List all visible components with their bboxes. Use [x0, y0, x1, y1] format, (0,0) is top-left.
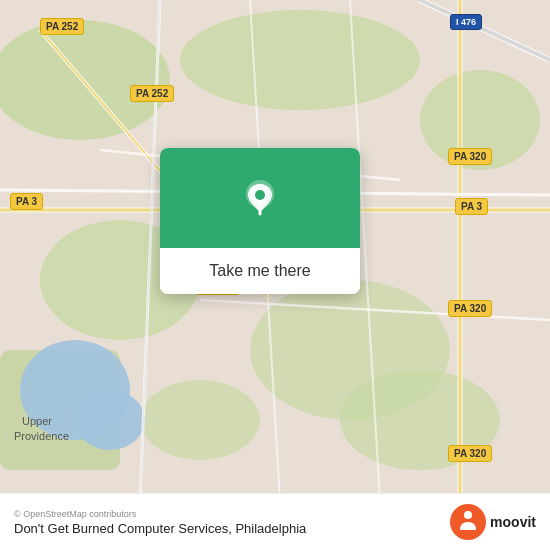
- moovit-logo: moovit: [450, 504, 536, 540]
- take-me-there-button[interactable]: Take me there: [160, 248, 360, 294]
- svg-point-6: [140, 380, 260, 460]
- svg-point-29: [255, 190, 265, 200]
- area-label-providence: Providence: [14, 430, 69, 442]
- map-container: PA 252 PA 252 PA 252 PA 3 PA 3 PA 3 PA 3…: [0, 0, 550, 550]
- popup-map-preview: [160, 148, 360, 248]
- road-label-pa252-1: PA 252: [40, 18, 84, 35]
- road-label-pa320-1: PA 320: [448, 148, 492, 165]
- bottom-bar: © OpenStreetMap contributors Don't Get B…: [0, 493, 550, 550]
- location-name: Don't Get Burned Computer Services, Phil…: [14, 521, 306, 536]
- popup-card: Take me there: [160, 148, 360, 294]
- road-label-pa3-3: PA 3: [455, 198, 488, 215]
- location-pin-icon: [238, 176, 282, 220]
- moovit-icon: [450, 504, 486, 540]
- bottom-bar-left: © OpenStreetMap contributors Don't Get B…: [14, 509, 306, 536]
- area-label-upper: Upper: [22, 415, 52, 427]
- svg-point-31: [464, 511, 472, 519]
- svg-point-2: [180, 10, 420, 110]
- road-label-pa320-2: PA 320: [448, 300, 492, 317]
- road-label-pa252-2: PA 252: [130, 85, 174, 102]
- svg-point-10: [75, 390, 145, 450]
- moovit-text-label: moovit: [490, 514, 536, 530]
- road-label-pa3-1: PA 3: [10, 193, 43, 210]
- road-label-pa320-3: PA 320: [448, 445, 492, 462]
- copyright-text: © OpenStreetMap contributors: [14, 509, 306, 519]
- interstate-476-shield: I 476: [450, 14, 482, 30]
